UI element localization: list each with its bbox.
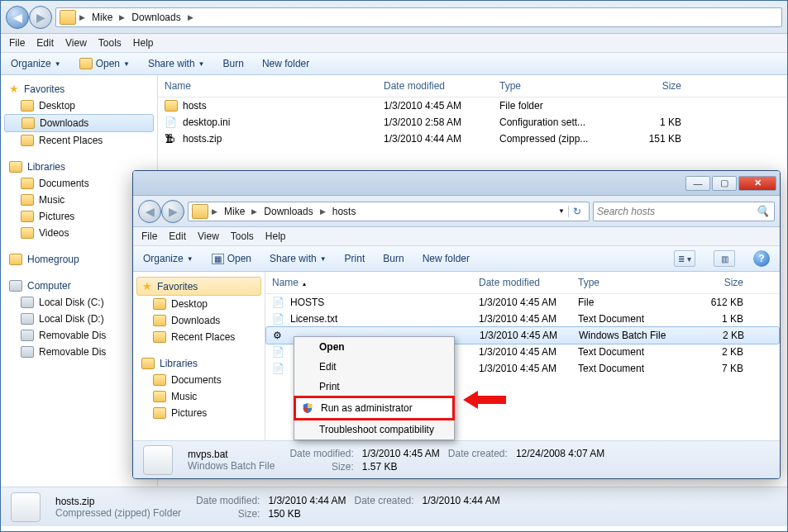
cmd-burn[interactable]: Burn — [223, 58, 244, 69]
ctx-print[interactable]: Print — [294, 377, 454, 397]
svg-marker-0 — [463, 391, 506, 409]
col-type[interactable]: Type — [499, 78, 615, 93]
col-name[interactable]: Name — [165, 78, 384, 93]
ctx-open[interactable]: Open — [294, 337, 454, 357]
sidebar-item-pictures[interactable]: Pictures — [136, 405, 261, 421]
status-datemod: 1/3/2010 4:44 AM — [268, 495, 346, 506]
menu-file[interactable]: File — [9, 37, 25, 49]
nav-forward-button[interactable]: ▶ — [161, 200, 184, 223]
menu-tools[interactable]: Tools — [231, 230, 254, 242]
nav-back-button[interactable]: ◀ — [138, 200, 161, 223]
cmd-share[interactable]: Share with▼ — [148, 58, 205, 69]
col-size[interactable]: Size — [685, 275, 743, 290]
cmd-share[interactable]: Share with▼ — [270, 253, 327, 264]
sidebar-item-downloads[interactable]: Downloads — [136, 312, 261, 329]
refresh-button[interactable]: ↻ — [568, 206, 585, 217]
address-bar[interactable]: ▶ Mike ▶ Downloads ▶ — [55, 7, 782, 27]
col-size[interactable]: Size — [615, 78, 681, 93]
cmd-newfolder[interactable]: New folder — [262, 58, 309, 69]
cmd-open[interactable]: Open▼ — [79, 58, 130, 69]
status-size-lbl: Size: — [289, 461, 353, 473]
file-icon: 📄 — [272, 297, 285, 308]
column-headers[interactable]: Name ▴ Date modified Type Size — [265, 272, 780, 294]
file-row[interactable]: hosts 1/3/2010 4:45 AMFile folder — [158, 97, 787, 114]
annotation-red-arrow-icon — [463, 389, 506, 411]
file-row[interactable]: 📄License.txt 1/3/2010 4:45 AMText Docume… — [265, 311, 780, 327]
outer-address-bar-row: ◀ ▶ ▶ Mike ▶ Downloads ▶ — [1, 1, 787, 34]
nav-back-button[interactable]: ◀ — [6, 6, 29, 29]
sidebar-item-recent[interactable]: Recent Places — [136, 329, 261, 345]
col-date[interactable]: Date modified — [479, 275, 578, 290]
minimize-button[interactable]: — — [685, 176, 710, 191]
ctx-edit[interactable]: Edit — [294, 357, 454, 377]
sidebar-homegroup-header[interactable]: Homegroup — [4, 251, 154, 268]
help-button[interactable]: ? — [753, 250, 770, 267]
breadcrumb-downloads[interactable]: Downloads — [128, 10, 184, 25]
inner-menu-bar: File Edit View Tools Help — [133, 227, 780, 246]
cmd-organize[interactable]: Organize▼ — [11, 58, 61, 69]
breadcrumb-hosts[interactable]: hosts — [329, 204, 360, 219]
col-date[interactable]: Date modified — [384, 78, 499, 93]
cmd-print[interactable]: Print — [345, 253, 365, 264]
sidebar-item-desktop[interactable]: Desktop — [4, 97, 154, 114]
nav-forward-button[interactable]: ▶ — [29, 6, 52, 29]
sidebar-libraries-header[interactable]: Libraries — [136, 355, 261, 372]
chevron-right-icon: ▶ — [188, 13, 193, 21]
library-icon — [141, 358, 155, 369]
breadcrumb-downloads[interactable]: Downloads — [260, 204, 316, 219]
ctx-troubleshoot[interactable]: Troubleshoot compatibility — [294, 420, 454, 439]
menu-file[interactable]: File — [141, 230, 157, 242]
sidebar-item-music[interactable]: Music — [136, 388, 261, 405]
col-name[interactable]: Name ▴ — [272, 275, 479, 290]
ctx-run-as-administrator[interactable]: Run as administrator — [294, 396, 455, 420]
search-input[interactable]: Search hosts 🔍 — [593, 202, 775, 221]
menu-tools[interactable]: Tools — [98, 37, 122, 49]
menu-edit[interactable]: Edit — [36, 37, 54, 49]
sidebar-item-videos[interactable]: Videos — [4, 225, 154, 241]
sidebar-favorites-header[interactable]: ★Favorites — [4, 80, 154, 97]
view-options-button[interactable]: ≣ ▾ — [674, 250, 695, 267]
sidebar-item-documents[interactable]: Documents — [4, 175, 154, 192]
breadcrumb-mike[interactable]: Mike — [88, 10, 116, 25]
file-row[interactable]: 📄HOSTS 1/3/2010 4:45 AMFile612 KB — [265, 294, 780, 311]
sidebar-item-desktop[interactable]: Desktop — [136, 296, 261, 312]
sidebar-item-drive-d[interactable]: Local Disk (D:) — [4, 311, 154, 327]
col-type[interactable]: Type — [578, 275, 685, 290]
sidebar-item-documents[interactable]: Documents — [136, 372, 261, 388]
inner-address-bar-row: ◀ ▶ ▶ Mike ▶ Downloads ▶ hosts ▼ ↻ Searc… — [133, 196, 780, 227]
cmd-newfolder[interactable]: New folder — [423, 253, 470, 264]
breadcrumb-mike[interactable]: Mike — [221, 204, 248, 219]
menu-help[interactable]: Help — [133, 37, 154, 49]
folder-icon — [192, 204, 208, 219]
address-bar[interactable]: ▶ Mike ▶ Downloads ▶ hosts ▼ ↻ — [188, 202, 590, 221]
status-filetype: Windows Batch File — [188, 460, 275, 472]
preview-pane-button[interactable]: ▥ — [714, 250, 735, 267]
sidebar-item-recent[interactable]: Recent Places — [4, 132, 154, 149]
file-row[interactable]: 📄desktop.ini 1/3/2010 2:58 AMConfigurati… — [158, 114, 787, 131]
sidebar-item-removable-2[interactable]: Removable Dis — [4, 344, 154, 360]
cmd-open[interactable]: ▦Open — [212, 253, 251, 264]
status-datecre: 12/24/2008 4:07 AM — [516, 448, 604, 459]
sidebar-item-music[interactable]: Music — [4, 192, 154, 208]
column-headers[interactable]: Name Date modified Type Size — [158, 75, 787, 97]
file-row[interactable]: 🗜hosts.zip 1/3/2010 4:44 AMCompressed (z… — [158, 131, 787, 147]
sidebar-item-removable-1[interactable]: Removable Dis — [4, 327, 154, 344]
close-button[interactable]: ✕ — [738, 176, 776, 191]
menu-view[interactable]: View — [198, 230, 219, 242]
inner-title-bar[interactable]: — ▢ ✕ — [133, 171, 780, 196]
menu-view[interactable]: View — [65, 37, 87, 49]
address-dropdown-icon[interactable]: ▼ — [558, 207, 565, 215]
menu-edit[interactable]: Edit — [169, 230, 186, 242]
cmd-organize[interactable]: Organize▼ — [143, 253, 193, 264]
sidebar-computer-header[interactable]: Computer — [4, 278, 154, 294]
sidebar-item-downloads[interactable]: Downloads — [4, 114, 154, 132]
music-icon — [21, 194, 34, 206]
desktop-icon — [21, 100, 34, 112]
maximize-button[interactable]: ▢ — [712, 176, 737, 191]
sidebar-libraries-header[interactable]: Libraries — [4, 159, 154, 175]
sidebar-item-drive-c[interactable]: Local Disk (C:) — [4, 294, 154, 311]
menu-help[interactable]: Help — [265, 230, 286, 242]
sidebar-favorites-header[interactable]: ★Favorites — [136, 277, 261, 296]
cmd-burn[interactable]: Burn — [383, 253, 404, 264]
sidebar-item-pictures[interactable]: Pictures — [4, 208, 154, 225]
